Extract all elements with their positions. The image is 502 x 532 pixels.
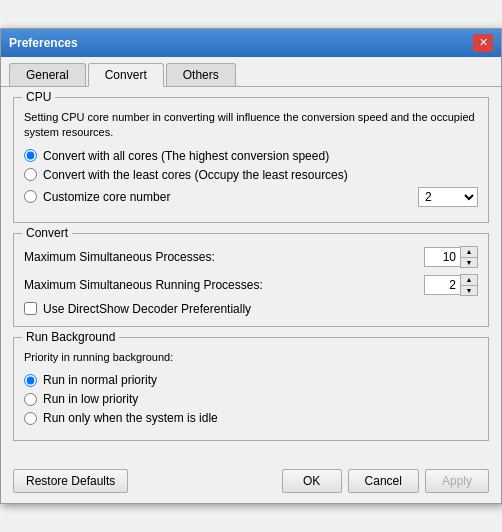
max-processes-up[interactable]: ▲ (461, 247, 477, 257)
label-custom-cores: Customize core number (43, 190, 170, 204)
max-processes-spin: ▲ ▼ (424, 246, 478, 268)
run-background-label: Run Background (22, 330, 119, 344)
tab-bar: General Convert Others (1, 57, 501, 87)
max-running-row: Maximum Simultaneous Running Processes: … (24, 274, 478, 296)
max-processes-down[interactable]: ▼ (461, 257, 477, 267)
run-background-content: Priority in running background: Run in n… (24, 350, 478, 425)
max-running-input[interactable] (424, 275, 460, 295)
cancel-button[interactable]: Cancel (348, 469, 419, 493)
label-idle-priority: Run only when the system is idle (43, 411, 218, 425)
directshow-label: Use DirectShow Decoder Preferentially (43, 302, 251, 316)
directshow-checkbox[interactable] (24, 302, 37, 315)
tab-convert[interactable]: Convert (88, 63, 164, 87)
radio-low-priority[interactable] (24, 393, 37, 406)
footer: Restore Defaults OK Cancel Apply (1, 461, 501, 503)
max-processes-label: Maximum Simultaneous Processes: (24, 250, 424, 264)
cpu-group-content: Setting CPU core number in converting wi… (24, 110, 478, 207)
max-running-up[interactable]: ▲ (461, 275, 477, 285)
tab-content: CPU Setting CPU core number in convertin… (1, 87, 501, 461)
convert-group-content: Maximum Simultaneous Processes: ▲ ▼ Maxi… (24, 246, 478, 316)
priority-low-row: Run in low priority (24, 392, 478, 406)
priority-idle-row: Run only when the system is idle (24, 411, 478, 425)
preferences-window: Preferences ✕ General Convert Others CPU… (0, 28, 502, 504)
apply-button[interactable]: Apply (425, 469, 489, 493)
radio-all-cores[interactable] (24, 149, 37, 162)
radio-normal-priority[interactable] (24, 374, 37, 387)
cpu-group: CPU Setting CPU core number in convertin… (13, 97, 489, 223)
convert-group: Convert Maximum Simultaneous Processes: … (13, 233, 489, 327)
core-number-dropdown[interactable]: 2 1 3 4 (418, 187, 478, 207)
radio-custom-cores[interactable] (24, 190, 37, 203)
max-running-down[interactable]: ▼ (461, 285, 477, 295)
radio-least-cores[interactable] (24, 168, 37, 181)
priority-label: Priority in running background: (24, 350, 478, 365)
max-running-spin: ▲ ▼ (424, 274, 478, 296)
max-processes-input[interactable] (424, 247, 460, 267)
max-running-label: Maximum Simultaneous Running Processes: (24, 278, 424, 292)
tab-general[interactable]: General (9, 63, 86, 86)
window-title: Preferences (9, 36, 78, 50)
cpu-option-least-cores: Convert with the least cores (Occupy the… (24, 168, 478, 182)
label-least-cores: Convert with the least cores (Occupy the… (43, 168, 348, 182)
cpu-group-label: CPU (22, 90, 55, 104)
label-normal-priority: Run in normal priority (43, 373, 157, 387)
cpu-description: Setting CPU core number in converting wi… (24, 110, 478, 141)
label-all-cores: Convert with all cores (The highest conv… (43, 149, 329, 163)
max-running-spin-buttons: ▲ ▼ (460, 274, 478, 296)
restore-defaults-button[interactable]: Restore Defaults (13, 469, 128, 493)
tab-others[interactable]: Others (166, 63, 236, 86)
cpu-option-all-cores: Convert with all cores (The highest conv… (24, 149, 478, 163)
ok-button[interactable]: OK (282, 469, 342, 493)
convert-group-label: Convert (22, 226, 72, 240)
max-processes-spin-buttons: ▲ ▼ (460, 246, 478, 268)
priority-normal-row: Run in normal priority (24, 373, 478, 387)
directshow-row: Use DirectShow Decoder Preferentially (24, 302, 478, 316)
close-button[interactable]: ✕ (473, 34, 493, 52)
title-bar: Preferences ✕ (1, 29, 501, 57)
footer-right-buttons: OK Cancel Apply (282, 469, 489, 493)
max-processes-row: Maximum Simultaneous Processes: ▲ ▼ (24, 246, 478, 268)
radio-idle-priority[interactable] (24, 412, 37, 425)
label-low-priority: Run in low priority (43, 392, 138, 406)
run-background-group: Run Background Priority in running backg… (13, 337, 489, 441)
cpu-option-custom-cores: Customize core number 2 1 3 4 (24, 187, 478, 207)
